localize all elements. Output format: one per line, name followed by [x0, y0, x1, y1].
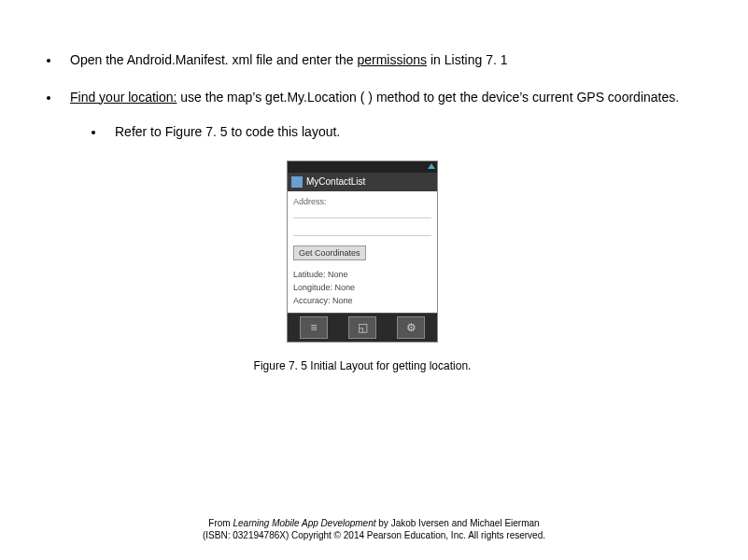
app-title-bar: MyContactList [288, 173, 437, 191]
sub-bullet-1-text: Refer to Figure 7. 5 to code this layout… [115, 124, 340, 139]
copyright-footer: From Learning Mobile App Development by … [0, 517, 748, 541]
footer-pre: From [208, 518, 233, 528]
bullet-list: Open the Android.Manifest. xml file and … [42, 51, 692, 142]
figure-caption: Figure 7. 5 Initial Layout for getting l… [33, 359, 692, 372]
bullet-2-text: use the map’s get.My.Location ( ) method… [176, 90, 679, 105]
mock-body: Address: Get Coordinates Latitude: None … [288, 191, 437, 313]
book-title: Learning Mobile App Development [233, 518, 375, 528]
footer-line-1: From Learning Mobile App Development by … [0, 517, 748, 529]
nav-map-icon[interactable]: ◱ [348, 316, 376, 339]
slide-content: Open the Android.Manifest. xml file and … [0, 0, 748, 372]
app-title: MyContactList [306, 176, 365, 187]
phone-mockup: MyContactList Address: Get Coordinates L… [287, 161, 438, 343]
latitude-readout: Latitude: None [293, 270, 431, 279]
longitude-readout: Longitude: None [293, 283, 431, 292]
bullet-2: Find your location: use the map’s get.My… [61, 89, 692, 142]
sub-bullet-list: Refer to Figure 7. 5 to code this layout… [87, 123, 692, 142]
figure-wrap: MyContactList Address: Get Coordinates L… [33, 161, 692, 372]
get-coordinates-button[interactable]: Get Coordinates [293, 245, 366, 260]
bullet-1-text-post: in Listing 7. 1 [427, 52, 507, 67]
signal-icon [428, 163, 435, 169]
bullet-1-text-pre: Open the Android.Manifest. xml file and … [70, 52, 357, 67]
sub-bullet-1: Refer to Figure 7. 5 to code this layout… [106, 123, 692, 142]
address-label: Address: [293, 197, 431, 206]
app-icon [291, 176, 303, 188]
bullet-2-underlined: Find your location: [70, 90, 176, 105]
nav-settings-icon[interactable]: ⚙ [397, 316, 425, 339]
bottom-nav: ≡ ◱ ⚙ [288, 313, 437, 342]
bullet-1: Open the Android.Manifest. xml file and … [61, 51, 692, 70]
address-line-1[interactable] [293, 208, 431, 218]
footer-post: by Jakob Iversen and Michael Eierman [376, 518, 540, 528]
footer-line-2: (ISBN: 032194786X) Copyright © 2014 Pear… [0, 529, 748, 541]
address-line-2[interactable] [293, 226, 431, 236]
accuracy-readout: Accuracy: None [293, 296, 431, 305]
status-bar [288, 161, 437, 173]
nav-list-icon[interactable]: ≡ [300, 316, 328, 339]
bullet-1-underlined: permissions [357, 52, 427, 67]
